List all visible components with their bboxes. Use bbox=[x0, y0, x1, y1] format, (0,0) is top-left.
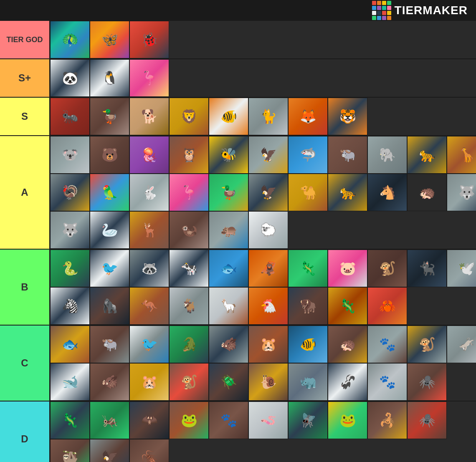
header: TiERMAKER bbox=[0, 0, 476, 21]
logo-cell bbox=[377, 1, 381, 5]
animal-falcon: 🦅 bbox=[248, 136, 288, 174]
animal-magpie: 🐦 bbox=[90, 250, 129, 287]
animal-jellyfish: 🪼 bbox=[129, 136, 169, 174]
animal-wombat: 🐾 bbox=[367, 326, 407, 363]
tier-content-splus: 🐼 🐧 🦩 bbox=[50, 59, 476, 97]
animal-tapir: 🐗 bbox=[209, 326, 248, 363]
animal-clownfish: 🐠 bbox=[209, 98, 248, 135]
animal-possum: 🐾 bbox=[367, 363, 407, 401]
animal-bear: 🐻 bbox=[90, 136, 129, 174]
animal-fly: 🪰 bbox=[288, 401, 328, 439]
animal-hamster: 🐹 bbox=[129, 363, 169, 401]
animal-sloth: 🦥 bbox=[50, 439, 90, 462]
animal-cheetah: 🐆 bbox=[328, 174, 367, 211]
animal-pelican: 🦢 bbox=[90, 211, 129, 249]
animal-tiger: 🐯 bbox=[328, 98, 367, 135]
animal-snail: 🐌 bbox=[248, 363, 288, 401]
logo-cell bbox=[382, 6, 386, 10]
animal-frog: 🐸 bbox=[328, 401, 367, 439]
animal-wolf2: 🐺 bbox=[447, 174, 476, 211]
tier-content-d: 🦎 🦗 🦇 🐸 🐾 🪱 🪰 🐸 🦂 🕷️ 🦥 🦅 🪳 bbox=[50, 401, 476, 462]
logo-cell bbox=[372, 11, 376, 15]
tier-row-d: D 🦎 🦗 🦇 🐸 🐾 🪱 🪰 🐸 🦂 🕷️ 🦥 🦅 bbox=[0, 401, 476, 462]
animal-croc: 🐊 bbox=[169, 326, 209, 363]
animal-ladybug: 🐞 bbox=[129, 21, 169, 58]
animal-eagle: 🦅 bbox=[248, 174, 288, 211]
animal-snake: 🐍 bbox=[50, 250, 90, 287]
animal-cat: 🐈 bbox=[248, 98, 288, 135]
animal-iguana: 🦎 bbox=[288, 250, 328, 287]
animal-ant: 🐜 bbox=[50, 98, 90, 135]
animal-skunk: 🦨 bbox=[328, 363, 367, 401]
animal-baboon: 🐒 bbox=[169, 363, 209, 401]
animal-lion: 🦁 bbox=[169, 98, 209, 135]
animal-gecko: 🦎 bbox=[50, 401, 90, 439]
tier-row-s: S 🐜 🦆 🐕 🦁 🐠 🐈 🦊 🐯 bbox=[0, 98, 476, 136]
animal-peacock: 🦚 bbox=[50, 21, 90, 58]
animal-parrot: 🦜 bbox=[90, 174, 129, 211]
animal-pigeon: 🕊️ bbox=[447, 250, 476, 287]
animal-capybara: 🐹 bbox=[248, 326, 288, 363]
tier-row-splus: S+ 🐼 🐧 🦩 bbox=[0, 59, 476, 98]
animal-flamingo: 🦩 bbox=[129, 59, 169, 97]
animal-tarantula: 🕷️ bbox=[407, 363, 447, 401]
animal-kangaroo: 🦘 bbox=[129, 287, 169, 325]
tier-label-s: S bbox=[0, 98, 50, 135]
tier-row-c: C 🐟 🐃 🐦 🐊 🐗 🐹 🐠 🦔 🐾 🐒 🫏 🐋 bbox=[0, 326, 476, 401]
logo-cell bbox=[372, 1, 376, 5]
logo-cell bbox=[377, 6, 381, 10]
tier-row-god: TIER GOD 🦚 🦋 🐞 bbox=[0, 21, 476, 59]
animal-donkey: 🫏 bbox=[447, 326, 476, 363]
animal-cow: 🐄 bbox=[169, 250, 209, 287]
animal-deer: 🦌 bbox=[129, 211, 169, 249]
animal-stingray: 🐟 bbox=[209, 250, 248, 287]
animal-owl: 🦉 bbox=[169, 136, 209, 174]
logo-cell bbox=[387, 6, 391, 10]
logo-cell bbox=[382, 11, 386, 15]
animal-lizard: 🦎 bbox=[328, 287, 367, 325]
animal-porcupine: 🦔 bbox=[407, 174, 447, 211]
animal-otter: 🦦 bbox=[169, 211, 209, 249]
animal-rhino: 🦏 bbox=[288, 363, 328, 401]
tier-content-a: 🐨 🐻 🪼 🦉 🐝 🦅 🦈 🐃 🐘 🐆 🦒 🦃 🦜 🐇 bbox=[50, 136, 476, 249]
animal-hippo: 🦛 bbox=[209, 211, 248, 249]
tier-label-god: TIER GOD bbox=[0, 21, 50, 58]
logo-cell bbox=[387, 16, 391, 20]
logo-grid bbox=[372, 1, 391, 20]
tier-label-c: C bbox=[0, 326, 50, 401]
logo-cell bbox=[382, 16, 386, 20]
animal-elephant: 🐘 bbox=[367, 136, 407, 174]
animal-hedgehog: 🦔 bbox=[328, 326, 367, 363]
animal-bee: 🐝 bbox=[209, 136, 248, 174]
animal-zebra: 🦓 bbox=[50, 287, 90, 325]
animal-lemur: 🐒 bbox=[407, 326, 447, 363]
animal-ostrich: 🦃 bbox=[50, 174, 90, 211]
animal-crab: 🦀 bbox=[367, 287, 407, 325]
tier-content-b: 🐍 🐦 🦝 🐄 🐟 🦧 🦎 🐷 🐒 🐈‍⬛ 🕊️ 🦓 🦍 🦘 bbox=[50, 250, 476, 325]
animal-gorilla: 🦍 bbox=[90, 287, 129, 325]
animal-koala: 🐨 bbox=[50, 136, 90, 174]
logo-cell bbox=[377, 11, 381, 15]
animal-pig: 🐷 bbox=[328, 250, 367, 287]
tier-content-c: 🐟 🐃 🐦 🐊 🐗 🐹 🐠 🦔 🐾 🐒 🫏 🐋 🐗 🐹 bbox=[50, 326, 476, 401]
tier-label-b: B bbox=[0, 250, 50, 325]
animal-duck: 🦆 bbox=[209, 174, 248, 211]
logo-cell bbox=[372, 6, 376, 10]
animal-flamingo2: 🦩 bbox=[169, 174, 209, 211]
animal-goat: 🐐 bbox=[169, 287, 209, 325]
animal-platypus: 🦆 bbox=[90, 98, 129, 135]
animal-butterfly: 🦋 bbox=[90, 21, 129, 58]
animal-vulture: 🦅 bbox=[90, 439, 129, 462]
logo-cell bbox=[387, 1, 391, 5]
animal-warthog: 🐗 bbox=[90, 363, 129, 401]
animal-chicken: 🐔 bbox=[248, 287, 288, 325]
animal-horse: 🐴 bbox=[367, 174, 407, 211]
logo: TiERMAKER bbox=[372, 1, 468, 20]
tier-label-splus: S+ bbox=[0, 59, 50, 97]
animal-stingray2: 🐠 bbox=[288, 326, 328, 363]
animal-beetle: 🪲 bbox=[209, 363, 248, 401]
animal-rabbit: 🐇 bbox=[129, 174, 169, 211]
animal-grasshopper: 🦗 bbox=[90, 401, 129, 439]
animal-scorpion: 🦂 bbox=[367, 401, 407, 439]
animal-toad: 🐸 bbox=[169, 401, 209, 439]
